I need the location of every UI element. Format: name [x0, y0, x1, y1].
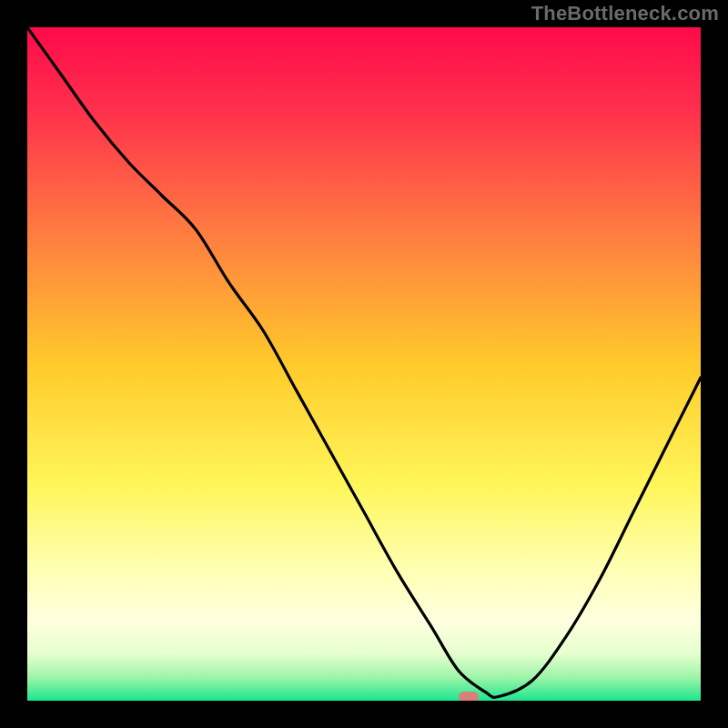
- plot-area: [27, 27, 701, 701]
- watermark-text: TheBottleneck.com: [531, 2, 719, 25]
- optimum-marker: [459, 692, 479, 701]
- chart-stage: TheBottleneck.com: [0, 0, 728, 728]
- bottleneck-curve: [27, 27, 701, 701]
